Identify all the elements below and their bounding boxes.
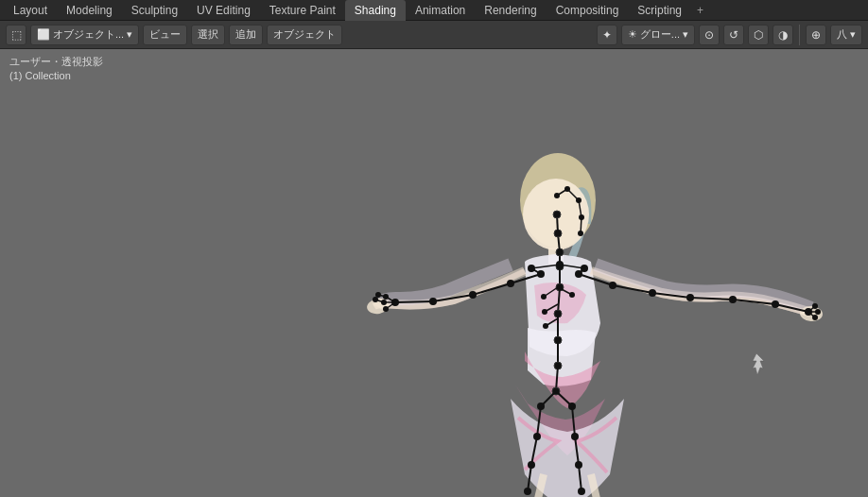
tab-animation[interactable]: Animation (406, 0, 475, 21)
toolbar: ⬚ ⬜ オブジェクト... ▾ ビュー 選択 追加 オブジェクト ✦ ☀ グロー… (0, 21, 868, 49)
shading-label: グロー... (640, 27, 680, 42)
snap-icon-button[interactable]: ✦ (597, 25, 617, 45)
select-label: 選択 (198, 27, 218, 42)
gizmo-toggle[interactable]: ⊕ (806, 25, 826, 45)
svg-point-23 (553, 211, 561, 218)
object-label: オブジェクト (273, 27, 336, 42)
overlay2-icon: 八 (837, 27, 847, 42)
armature-viewport (0, 49, 868, 497)
chevron-down-icon2: ▾ (683, 28, 688, 41)
toolbar-sep (799, 25, 800, 45)
mode-icon-button[interactable]: ⬚ (6, 25, 26, 45)
view-menu[interactable]: ビュー (143, 25, 187, 45)
mode-dropdown[interactable]: ⬜ オブジェクト... ▾ (30, 25, 139, 45)
tab-uv-editing[interactable]: UV Editing (187, 0, 260, 21)
transform-gizmo[interactable]: ↺ (723, 25, 744, 45)
svg-point-32 (578, 231, 583, 236)
shading-icon: ☀ (628, 28, 637, 41)
toolbar-right: ✦ ☀ グロー... ▾ ⊙ ↺ ⬡ ◑ ⊕ 八 ▾ (597, 25, 862, 45)
tab-compositing[interactable]: Compositing (547, 0, 629, 21)
viewport-shading-rendered[interactable]: ◑ (773, 25, 793, 45)
chevron-down-icon3: ▾ (850, 28, 856, 41)
shading-dropdown[interactable]: ☀ グロー... ▾ (621, 25, 695, 45)
object-menu[interactable]: オブジェクト (267, 25, 342, 45)
mode-icon: ⬚ (11, 28, 22, 42)
svg-point-47 (383, 306, 389, 312)
select-menu[interactable]: 選択 (191, 25, 225, 45)
tab-texture-paint[interactable]: Texture Paint (260, 0, 345, 21)
overlay2-dropdown[interactable]: 八 ▾ (830, 25, 862, 45)
viewport-shading-solid[interactable]: ⬡ (748, 25, 769, 45)
viewport[interactable]: ユーザー・透視投影 (1) Collection (0, 49, 868, 497)
gizmo-icon: ⊕ (811, 28, 821, 42)
svg-point-66 (812, 303, 818, 309)
tab-modeling[interactable]: Modeling (57, 0, 122, 21)
tab-scripting[interactable]: Scripting (628, 0, 691, 21)
view-label: ビュー (149, 27, 181, 42)
svg-point-25 (554, 193, 560, 198)
svg-point-70 (812, 315, 818, 320)
transform-icon: ↺ (729, 28, 738, 42)
solid-icon: ⬡ (754, 28, 763, 42)
chevron-down-icon: ▾ (127, 28, 132, 41)
svg-point-78 (524, 488, 531, 495)
tab-sculpting[interactable]: Sculpting (122, 0, 187, 21)
svg-point-51 (375, 292, 381, 298)
add-menu[interactable]: 追加 (229, 25, 263, 45)
svg-point-95 (541, 294, 547, 300)
add-label: 追加 (235, 27, 256, 42)
tab-rendering[interactable]: Rendering (475, 0, 546, 21)
svg-point-99 (543, 323, 548, 329)
add-workspace-button[interactable]: + (691, 2, 709, 19)
svg-point-68 (815, 309, 821, 315)
mode-icon2: ⬜ (37, 28, 50, 41)
svg-point-49 (373, 297, 378, 302)
top-menu-bar: Layout Modeling Sculpting UV Editing Tex… (0, 0, 868, 21)
rendered-icon: ◑ (778, 28, 788, 42)
svg-point-97 (542, 309, 547, 315)
overlay-toggle[interactable]: ⊙ (699, 25, 720, 45)
tab-shading[interactable]: Shading (345, 0, 406, 21)
svg-point-93 (556, 261, 564, 268)
overlay-icon: ⊙ (704, 28, 714, 42)
svg-line-40 (395, 301, 433, 302)
snap-icon: ✦ (602, 28, 612, 42)
svg-point-101 (569, 292, 575, 298)
svg-point-86 (578, 488, 585, 495)
mode-label: オブジェクト... (53, 27, 124, 42)
tab-layout[interactable]: Layout (4, 0, 57, 21)
